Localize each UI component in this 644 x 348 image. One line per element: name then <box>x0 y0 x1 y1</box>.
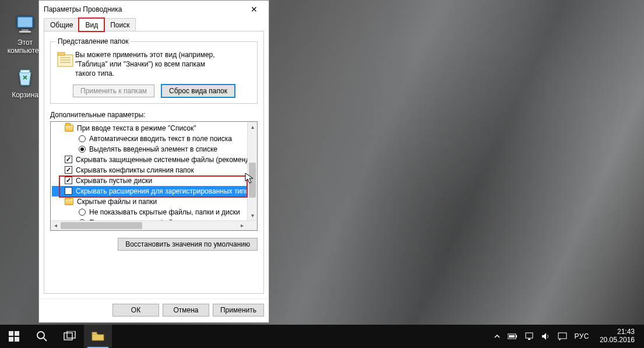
svg-rect-16 <box>64 333 72 340</box>
tab-view[interactable]: Вид <box>79 18 104 31</box>
scroll-left-icon[interactable]: ◂ <box>51 221 61 230</box>
svg-rect-23 <box>528 339 530 340</box>
tabstrip: Общие Вид Поиск <box>39 17 269 31</box>
tree-radio-node[interactable]: Не показывать скрытые файлы, папки и дис… <box>52 207 257 217</box>
close-button[interactable]: ✕ <box>242 1 266 17</box>
scroll-up-icon[interactable]: ▴ <box>248 122 257 132</box>
checkbox-checked-icon[interactable] <box>65 166 72 174</box>
task-view-button[interactable] <box>56 325 84 348</box>
taskbar[interactable]: РУС 21:43 20.05.2016 <box>0 325 644 348</box>
folder-views-groupbox: Представление папок Вы можете применить … <box>50 37 258 104</box>
dialog-title: Параметры Проводника <box>44 5 242 13</box>
svg-rect-4 <box>20 70 30 73</box>
tray-chevron-icon[interactable] <box>494 333 501 340</box>
svg-rect-1 <box>18 17 32 27</box>
cancel-button[interactable]: Отмена <box>163 304 209 317</box>
svg-rect-2 <box>22 29 29 31</box>
system-tray[interactable]: РУС 21:43 20.05.2016 <box>488 325 644 348</box>
radio-unchecked-icon[interactable] <box>79 209 86 216</box>
folder-icon <box>65 198 73 205</box>
tray-network-icon[interactable] <box>525 332 534 340</box>
titlebar[interactable]: Параметры Проводника ✕ <box>39 1 269 18</box>
svg-rect-5 <box>58 55 73 66</box>
folder-icon <box>92 331 104 342</box>
dialog-button-row: ОК Отмена Применить <box>39 298 269 322</box>
tray-action-center-icon[interactable] <box>558 332 567 340</box>
vertical-scrollbar[interactable]: ▴ ▾ <box>247 122 257 220</box>
horizontal-scrollbar[interactable]: ◂ ▸ <box>51 220 257 230</box>
start-button[interactable] <box>0 325 28 348</box>
tab-search[interactable]: Поиск <box>104 18 136 31</box>
svg-rect-24 <box>558 333 566 339</box>
tree-radio-node[interactable]: Выделять введенный элемент в списке <box>52 144 257 154</box>
scroll-thumb[interactable] <box>61 222 142 229</box>
pc-icon <box>13 13 37 36</box>
svg-rect-11 <box>15 331 19 336</box>
tray-time: 21:43 <box>600 328 635 336</box>
tray-battery-icon[interactable] <box>508 333 518 340</box>
svg-point-14 <box>37 332 44 339</box>
groupbox-text: "Таблица" или "Значки") ко всем папкам <box>75 59 215 69</box>
svg-rect-17 <box>67 331 75 338</box>
restore-defaults-button[interactable]: Восстановить значения по умолчанию <box>118 238 258 251</box>
tree-folder-node[interactable]: Скрытые файлы и папки <box>52 196 257 207</box>
svg-rect-3 <box>19 31 31 33</box>
tree-check-node-selected[interactable]: Скрывать расширения для зарегистрированн… <box>52 186 257 196</box>
checkbox-checked-icon[interactable] <box>65 156 72 163</box>
svg-rect-12 <box>9 337 13 342</box>
tree-radio-node[interactable]: Автоматически вводить текст в поле поиск… <box>52 133 257 144</box>
radio-checked-icon[interactable] <box>79 146 86 153</box>
svg-rect-18 <box>92 332 97 334</box>
radio-unchecked-icon[interactable] <box>79 135 86 142</box>
reset-folders-button[interactable]: Сброс вида папок <box>161 85 235 97</box>
recycle-bin-icon <box>13 65 37 89</box>
checkbox-unchecked-icon[interactable] <box>65 187 72 195</box>
tray-date: 20.05.2016 <box>600 336 635 345</box>
tree-check-node[interactable]: Скрывать защищенные системные файлы (рек… <box>52 154 257 165</box>
groupbox-text: Вы можете применить этот вид (например, <box>75 50 215 59</box>
svg-rect-6 <box>58 52 65 55</box>
search-button[interactable] <box>28 325 56 348</box>
svg-rect-13 <box>15 337 19 342</box>
scroll-thumb[interactable] <box>249 163 256 198</box>
folder-icon <box>65 125 73 132</box>
tray-volume-icon[interactable] <box>541 332 551 340</box>
tray-clock[interactable]: 21:43 20.05.2016 <box>596 328 638 345</box>
advanced-settings-label: Дополнительные параметры: <box>50 111 258 119</box>
svg-line-15 <box>44 338 47 341</box>
tray-language[interactable]: РУС <box>574 332 589 340</box>
groupbox-text: такого типа. <box>75 69 215 78</box>
svg-rect-20 <box>516 335 517 338</box>
scroll-down-icon[interactable]: ▾ <box>248 210 257 220</box>
tree-check-node[interactable]: Скрывать конфликты слияния папок <box>52 165 257 175</box>
scroll-right-icon[interactable]: ▸ <box>237 221 247 230</box>
tab-general[interactable]: Общие <box>44 18 79 31</box>
folder-options-dialog: Параметры Проводника ✕ Общие Вид Поиск П… <box>38 0 269 323</box>
groupbox-legend: Представление папок <box>55 37 131 45</box>
svg-rect-22 <box>526 333 533 338</box>
checkbox-checked-icon[interactable] <box>65 177 72 184</box>
svg-rect-21 <box>509 335 515 338</box>
apply-button[interactable]: Применить <box>213 304 264 317</box>
ok-button[interactable]: ОК <box>112 304 159 317</box>
taskbar-app-explorer[interactable] <box>84 325 112 348</box>
svg-rect-10 <box>9 331 13 336</box>
folder-views-icon <box>55 50 75 79</box>
advanced-settings-tree[interactable]: При вводе текста в режиме "Список" Автом… <box>50 121 258 231</box>
apply-to-folders-button: Применить к папкам <box>73 85 154 97</box>
tree-check-node[interactable]: Скрывать пустые диски <box>52 175 257 186</box>
tree-folder-node[interactable]: При вводе текста в режиме "Список" <box>52 123 257 133</box>
